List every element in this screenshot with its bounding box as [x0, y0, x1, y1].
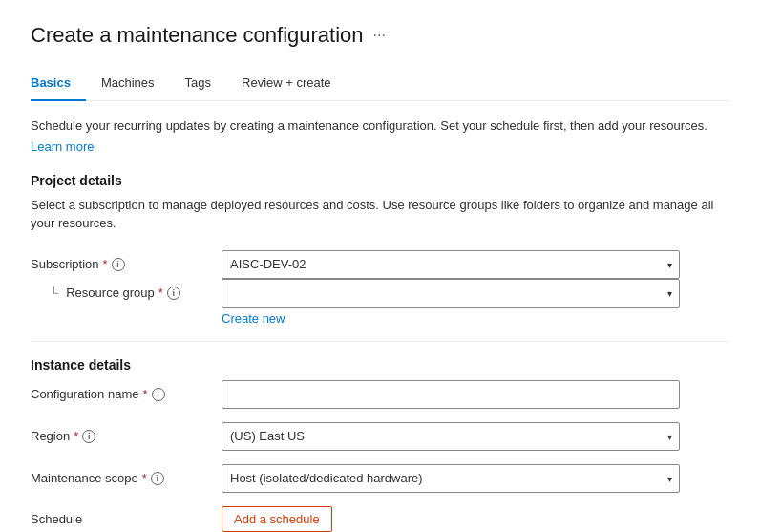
project-details-title: Project details [31, 173, 729, 188]
config-info-icon[interactable]: i [152, 388, 165, 401]
configuration-name-label: Configuration name * i [31, 387, 222, 401]
rg-info-icon[interactable]: i [167, 287, 180, 300]
schedule-row: Schedule Add a schedule [31, 506, 729, 532]
page-header: Create a maintenance configuration ··· [31, 23, 729, 48]
scope-select-wrapper: Host (isolated/dedicated hardware) ▾ [222, 464, 680, 493]
rg-required: * [158, 286, 163, 300]
section-divider [31, 341, 729, 342]
region-required: * [74, 429, 78, 443]
tab-basics[interactable]: Basics [31, 68, 86, 101]
instance-details-title: Instance details [31, 357, 729, 372]
ellipsis-menu-icon[interactable]: ··· [373, 27, 386, 44]
region-select-wrapper: (US) East US ▾ [222, 422, 680, 451]
config-required: * [142, 387, 147, 401]
scope-select[interactable]: Host (isolated/dedicated hardware) [222, 464, 680, 493]
tab-machines[interactable]: Machines [101, 68, 170, 101]
configuration-name-row: Configuration name * i [31, 380, 729, 409]
subscription-info-icon[interactable]: i [112, 258, 125, 271]
configuration-name-input[interactable] [222, 380, 680, 409]
configuration-name-control [222, 380, 680, 409]
tab-tags[interactable]: Tags [185, 68, 226, 101]
resource-group-label-area: └ Resource group * i [31, 286, 222, 300]
create-new-area: Create new [31, 311, 729, 326]
subscription-select[interactable]: AISC-DEV-02 [222, 250, 680, 279]
subscription-row: Subscription * i AISC-DEV-02 ▾ [31, 250, 729, 279]
page-title: Create a maintenance configuration [31, 23, 364, 48]
tab-navigation: Basics Machines Tags Review + create [31, 67, 729, 101]
create-new-link[interactable]: Create new [222, 311, 729, 326]
schedule-control: Add a schedule [222, 506, 680, 532]
resource-group-control: ▾ [222, 279, 680, 308]
region-row: Region * i (US) East US ▾ [31, 422, 729, 451]
scope-info-icon[interactable]: i [151, 472, 164, 485]
schedule-label: Schedule [31, 512, 222, 526]
basics-description: Schedule your recurring updates by creat… [31, 117, 729, 136]
region-control: (US) East US ▾ [222, 422, 680, 451]
learn-more-link[interactable]: Learn more [31, 139, 94, 154]
tab-review-create[interactable]: Review + create [242, 68, 347, 101]
subscription-select-wrapper: AISC-DEV-02 ▾ [222, 250, 680, 279]
resource-group-container: └ Resource group * i ▾ Create new [31, 279, 729, 326]
rg-tree-indicator: └ [50, 286, 58, 300]
subscription-required: * [103, 257, 108, 271]
subscription-control: AISC-DEV-02 ▾ [222, 250, 680, 279]
maintenance-scope-row: Maintenance scope * i Host (isolated/ded… [31, 464, 729, 493]
maintenance-scope-label: Maintenance scope * i [31, 471, 222, 485]
subscription-label: Subscription * i [31, 257, 222, 271]
resource-group-select-wrapper: ▾ [222, 279, 680, 308]
region-label: Region * i [31, 429, 222, 443]
add-schedule-button[interactable]: Add a schedule [222, 506, 332, 532]
resource-group-label-text: Resource group [66, 286, 155, 300]
maintenance-scope-control: Host (isolated/dedicated hardware) ▾ [222, 464, 680, 493]
resource-group-row: └ Resource group * i ▾ [31, 279, 729, 308]
region-select[interactable]: (US) East US [222, 422, 680, 451]
scope-required: * [142, 471, 147, 485]
region-info-icon[interactable]: i [82, 430, 95, 443]
project-details-description: Select a subscription to manage deployed… [31, 196, 729, 233]
resource-group-select[interactable] [222, 279, 680, 308]
